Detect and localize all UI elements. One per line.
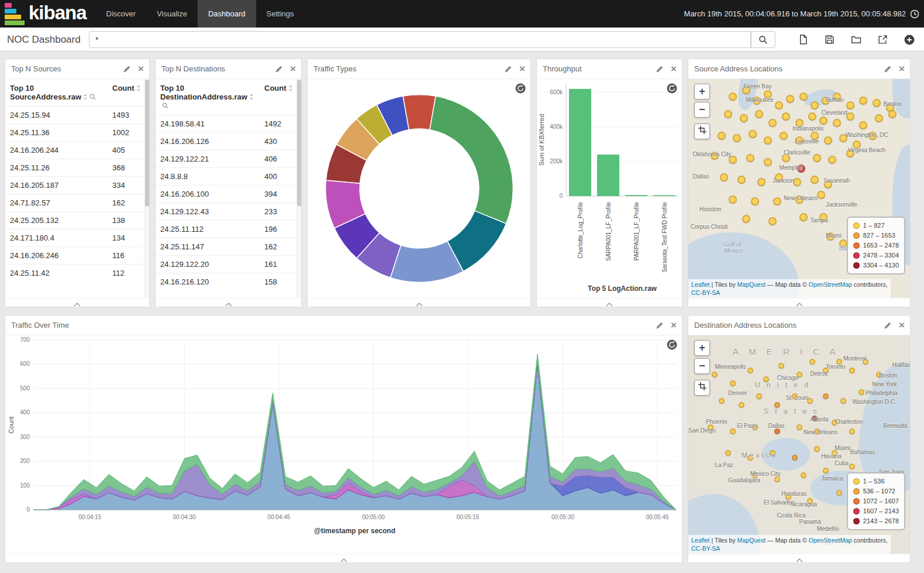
map-marker[interactable] [849,428,855,434]
spy-toggle-icon[interactable] [515,83,526,96]
leaflet-link[interactable]: Leaflet [691,537,710,544]
map-marker[interactable] [755,110,763,118]
column-header-source-address[interactable]: Top 10 SourceAddress.raw [5,79,108,107]
close-icon[interactable]: × [899,320,905,330]
sort-icon[interactable] [136,85,141,91]
map-marker[interactable] [757,178,766,186]
map-marker[interactable] [764,158,772,166]
close-icon[interactable]: × [290,64,296,74]
map-marker[interactable] [840,398,846,404]
map-marker[interactable] [774,476,780,482]
map-marker[interactable] [846,101,854,109]
map-marker[interactable] [813,154,821,162]
map-marker[interactable] [873,99,881,107]
map-marker[interactable] [888,110,897,118]
map-marker[interactable] [778,363,784,369]
map-marker[interactable] [817,191,825,199]
add-panel-icon[interactable] [904,35,915,45]
map-marker[interactable] [740,114,748,122]
map-marker[interactable] [849,464,855,469]
close-icon[interactable]: × [519,64,525,74]
collapse-button[interactable] [308,298,530,307]
collapse-button[interactable] [5,298,149,307]
map-marker[interactable] [725,450,731,456]
bar[interactable] [653,195,675,197]
save-dashboard-icon[interactable] [825,35,835,44]
search-button[interactable] [751,31,775,48]
map-marker[interactable] [742,215,750,223]
map-marker[interactable] [780,132,788,140]
map-marker[interactable] [749,130,757,138]
nav-settings[interactable]: Settings [256,0,305,28]
close-icon[interactable]: × [671,64,677,74]
map-marker[interactable] [859,97,867,105]
map-marker[interactable] [720,173,728,181]
osm-link[interactable]: OpenStreetMap [809,281,852,288]
map-marker[interactable] [801,472,806,478]
cc-by-sa-link[interactable]: CC-BY-SA [691,289,720,296]
new-dashboard-icon[interactable] [798,35,808,44]
map-canvas[interactable]: Green BayMilwaukeeBuffaloBostonCleveland… [688,79,910,298]
map-marker[interactable] [751,197,759,205]
mapquest-link[interactable]: MapQuest [737,537,766,544]
map-marker[interactable] [792,455,798,461]
map-marker[interactable] [859,389,864,395]
edit-icon[interactable] [505,66,512,73]
sort-icon[interactable] [249,94,254,100]
donut-segment[interactable] [429,96,513,224]
map-marker[interactable] [824,136,832,145]
map-marker[interactable] [764,136,772,145]
map-marker[interactable] [823,393,829,399]
map-marker[interactable] [768,217,777,225]
donut-segment[interactable] [403,95,436,130]
mapquest-link[interactable]: MapQuest [737,281,766,288]
close-icon[interactable]: × [899,64,905,74]
edit-icon[interactable] [656,322,663,329]
map-marker[interactable] [746,154,754,162]
bar[interactable] [597,155,619,196]
close-icon[interactable]: × [138,64,144,74]
zoom-out-button[interactable]: − [694,102,710,118]
fit-bounds-button[interactable] [694,380,710,396]
spy-toggle-icon[interactable] [667,83,677,96]
close-icon[interactable]: × [671,320,677,330]
map-marker[interactable] [808,112,816,121]
spy-toggle-icon[interactable] [667,339,677,352]
map-marker[interactable] [712,372,718,378]
osm-link[interactable]: OpenStreetMap [809,537,852,544]
scrollbar[interactable] [296,79,301,298]
map-marker[interactable] [730,428,736,434]
map-marker[interactable] [811,176,819,184]
map-marker[interactable] [836,490,842,496]
collapse-button[interactable] [156,298,301,307]
search-icon[interactable] [89,94,96,100]
bar[interactable] [569,89,591,196]
sort-icon[interactable] [83,94,88,100]
collapse-button[interactable] [5,554,682,562]
zoom-in-button[interactable]: + [694,84,710,99]
map-marker[interactable] [729,92,737,101]
zoom-out-button[interactable]: − [694,358,710,374]
nav-discover[interactable]: Discover [96,0,147,28]
collapse-button[interactable] [537,298,682,307]
collapse-button[interactable] [688,298,910,307]
map-marker[interactable] [811,101,819,109]
map-marker[interactable] [819,116,828,125]
map-marker[interactable] [849,368,855,373]
scrollbar-thumb[interactable] [145,80,149,207]
bar[interactable] [625,195,647,196]
map-marker[interactable] [768,119,777,127]
cc-by-sa-link[interactable]: CC-BY-SA [691,545,720,552]
map-marker[interactable] [875,114,883,122]
map-marker[interactable] [729,195,737,204]
column-header-destination-address[interactable]: Top 10 DestinationAddress.raw [156,79,260,115]
map-marker[interactable] [859,121,867,129]
map-marker[interactable] [814,446,820,452]
map-marker[interactable] [733,134,741,142]
edit-icon[interactable] [884,66,891,73]
map-marker[interactable] [823,468,829,474]
map-marker[interactable] [747,368,753,373]
edit-icon[interactable] [275,66,282,73]
kibana-logo[interactable]: kibana [0,0,96,28]
query-input[interactable] [89,31,751,48]
